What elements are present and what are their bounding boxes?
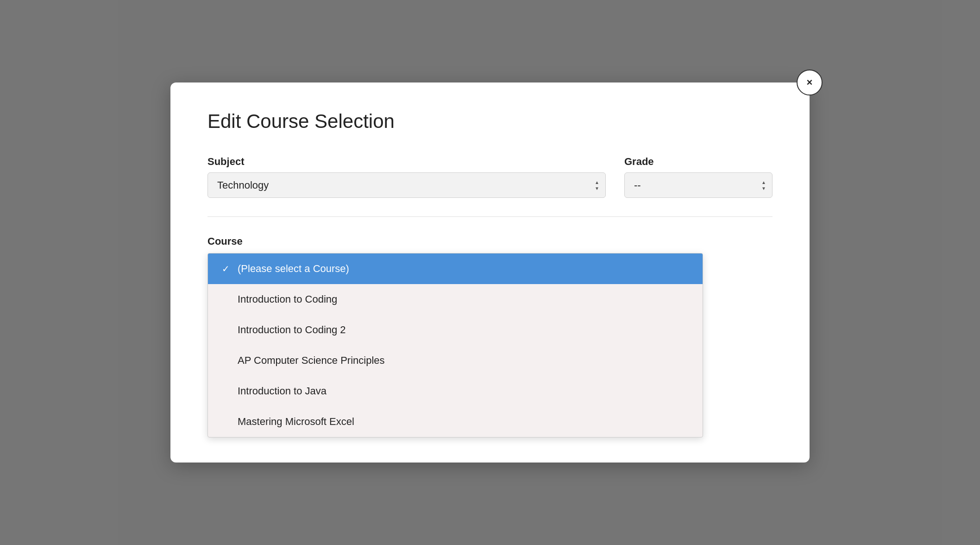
close-button[interactable]: × <box>797 70 823 95</box>
course-label: Course <box>207 235 773 247</box>
course-option-intro-coding-2-label: Introduction to Coding 2 <box>238 324 346 336</box>
checkmark-icon: ✓ <box>222 263 233 274</box>
subject-select-wrapper: Technology Mathematics Science English H… <box>207 172 606 198</box>
course-option-ap-cs-principles[interactable]: AP Computer Science Principles <box>208 345 703 376</box>
overlay: × Edit Course Selection Subject Technolo… <box>0 0 980 545</box>
close-icon: × <box>807 76 813 89</box>
course-option-mastering-excel[interactable]: Mastering Microsoft Excel <box>208 406 703 437</box>
grade-label: Grade <box>624 156 773 168</box>
course-option-intro-coding[interactable]: Introduction to Coding <box>208 284 703 315</box>
course-option-intro-coding-label: Introduction to Coding <box>238 293 337 305</box>
subject-group: Subject Technology Mathematics Science E… <box>207 156 606 198</box>
subject-select[interactable]: Technology Mathematics Science English H… <box>207 172 606 198</box>
grade-group: Grade -- 9 10 11 12 <box>624 156 773 198</box>
course-option-ap-cs-principles-label: AP Computer Science Principles <box>238 355 385 367</box>
course-option-please-select[interactable]: ✓ (Please select a Course) <box>208 253 703 284</box>
course-option-intro-java[interactable]: Introduction to Java <box>208 376 703 406</box>
course-option-intro-coding-2[interactable]: Introduction to Coding 2 <box>208 315 703 345</box>
subject-grade-row: Subject Technology Mathematics Science E… <box>207 156 773 198</box>
course-option-mastering-excel-label: Mastering Microsoft Excel <box>238 416 354 428</box>
course-section: Course ✓ (Please select a Course) Introd… <box>207 235 773 247</box>
modal-title: Edit Course Selection <box>207 110 773 133</box>
grade-select-wrapper: -- 9 10 11 12 <box>624 172 773 198</box>
grade-select[interactable]: -- 9 10 11 12 <box>624 172 773 198</box>
modal: × Edit Course Selection Subject Technolo… <box>170 82 810 463</box>
course-option-please-select-label: (Please select a Course) <box>238 263 349 275</box>
course-option-intro-java-label: Introduction to Java <box>238 385 327 397</box>
form-divider <box>207 216 773 217</box>
course-dropdown-list[interactable]: ✓ (Please select a Course) Introduction … <box>207 253 703 437</box>
subject-label: Subject <box>207 156 606 168</box>
